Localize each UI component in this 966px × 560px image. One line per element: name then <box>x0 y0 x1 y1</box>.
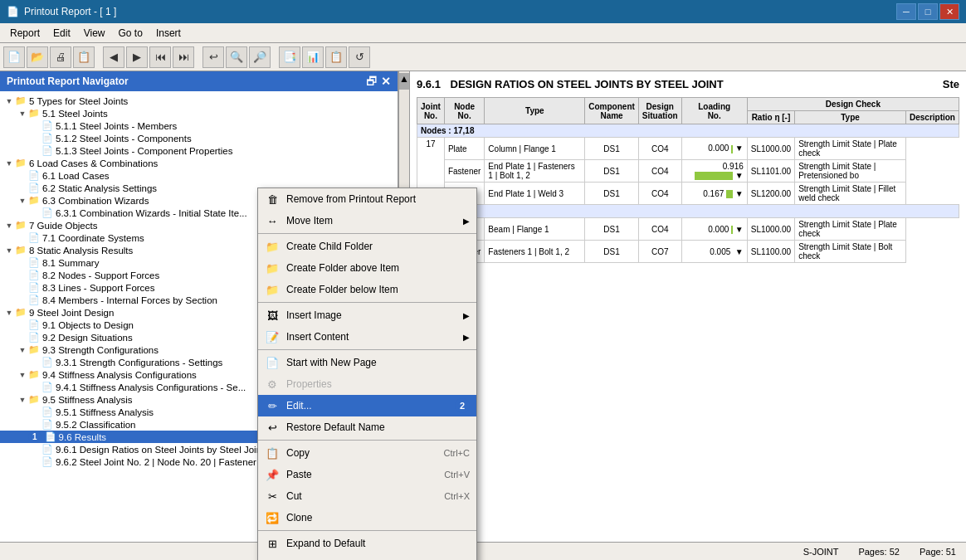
page-button[interactable]: 📑 <box>279 46 300 68</box>
tree-arrow-t2[interactable]: ▼ <box>17 110 28 118</box>
menu-view[interactable]: View <box>77 26 112 41</box>
menu-edit[interactable]: Edit <box>46 26 77 41</box>
tree-arrow-t25[interactable]: ▼ <box>17 396 28 404</box>
ctx-item-cm8[interactable]: 🖼Insert Image▶ <box>258 304 476 326</box>
ctx-separator-cm3 <box>258 233 476 234</box>
maximize-button[interactable]: □ <box>918 3 938 20</box>
ctx-separator-cm10 <box>258 349 476 350</box>
tree-item-t1[interactable]: ▼📁5 Types for Steel Joints <box>0 95 398 107</box>
paste-button[interactable]: 📋 <box>325 46 347 68</box>
tree-arrow-t9[interactable]: ▼ <box>17 197 28 205</box>
col-ratio: Ratio η [-] <box>747 111 794 124</box>
menu-goto[interactable]: Go to <box>112 26 149 41</box>
tree-icon-t28: 📄 <box>45 431 56 442</box>
ctx-label-cm19: Clone <box>286 512 470 523</box>
undo-button[interactable]: ↩ <box>202 46 224 68</box>
cell-design-type: SL1200.00 <box>747 183 794 205</box>
cell-situation: DS1 <box>585 183 639 205</box>
cell-description: Strength Limit State | Pretensioned bo <box>795 160 906 183</box>
next-button[interactable]: ▶ <box>126 46 148 68</box>
ctx-icon-cm18: ✂ <box>265 489 280 504</box>
copy-button[interactable]: 📋 <box>73 46 95 68</box>
prev-button[interactable]: ◀ <box>103 46 124 68</box>
ctx-item-cm21[interactable]: ⊞Expand to Default <box>258 533 476 554</box>
ctx-label-cm4: Create Child Folder <box>286 241 470 252</box>
print-button[interactable]: 🖨 <box>50 46 71 68</box>
ctx-item-cm6[interactable]: 📁Create Folder below Item <box>258 279 476 300</box>
cell-design-type: SL1000.00 <box>747 138 794 160</box>
ctx-item-cm19[interactable]: 🔁Clone <box>258 507 476 528</box>
tree-arrow-t11[interactable]: ▼ <box>3 222 15 230</box>
ctx-label-cm14: Restore Default Name <box>286 421 470 433</box>
cell-ratio: 0.000 ▼ <box>681 138 747 160</box>
menu-insert[interactable]: Insert <box>149 26 188 41</box>
ctx-item-cm14[interactable]: ↩Restore Default Name <box>258 416 476 438</box>
panel-header: Printout Report Navigator 🗗 ✕ <box>0 71 398 91</box>
table-nodes-row: Nodes : 17,18 <box>417 124 959 138</box>
zoom-in-button[interactable]: 🔍 <box>226 46 247 68</box>
panel-restore-button[interactable]: 🗗 <box>366 75 378 88</box>
tree-label-t14: 8.1 Summary <box>42 258 99 268</box>
menu-report[interactable]: Report <box>3 26 46 41</box>
tree-arrow-t1[interactable]: ▼ <box>3 97 15 105</box>
first-button[interactable]: ⏮ <box>149 46 171 68</box>
tree-label-t18: 9 Steel Joint Design <box>29 308 114 318</box>
tree-item-t7[interactable]: 📄6.1 Load Cases <box>0 169 398 182</box>
ctx-item-cm2[interactable]: ↔Move Item▶ <box>258 210 476 231</box>
tree-item-t2[interactable]: ▼📁5.1 Steel Joints <box>0 107 398 119</box>
tree-item-t6[interactable]: ▼📁6 Load Cases & Combinations <box>0 157 398 169</box>
tree-label-t2: 5.1 Steel Joints <box>42 109 108 119</box>
report-right-label: Ste <box>943 78 959 90</box>
tree-item-t3[interactable]: 📄5.1.1 Steel Joints - Members <box>0 119 398 132</box>
scroll-up-button[interactable]: ▲ <box>399 73 409 90</box>
ctx-item-cm11[interactable]: 📄Start with New Page <box>258 352 476 373</box>
tree-label-t9: 6.3 Combination Wizards <box>42 196 149 206</box>
tree-icon-t2: 📁 <box>28 108 40 119</box>
ctx-item-cm9[interactable]: 📝Insert Content▶ <box>258 326 476 348</box>
tree-arrow-t23[interactable]: ▼ <box>17 371 28 379</box>
cell-design-type: SL1000.00 <box>747 218 794 241</box>
ctx-item-cm16[interactable]: 📋CopyCtrl+C <box>258 442 476 464</box>
tree-arrow-t21[interactable]: ▼ <box>17 346 28 354</box>
tree-arrow-t18[interactable]: ▼ <box>3 309 15 317</box>
report-header: 9.6.1 DESIGN RATIOS ON STEEL JOINTS BY S… <box>417 78 959 90</box>
ctx-item-cm4[interactable]: 📁Create Child Folder <box>258 236 476 257</box>
ctx-item-cm18[interactable]: ✂CutCtrl+X <box>258 485 476 507</box>
tree-label-t21: 9.3 Strength Configurations <box>42 345 159 355</box>
ctx-icon-cm13: ✏ <box>265 398 280 413</box>
tree-arrow-t6[interactable]: ▼ <box>3 159 15 168</box>
cell-ratio: 0.916 ▼ <box>681 160 747 183</box>
window-title: Printout Report - [ 1 ] <box>24 6 116 17</box>
tree-arrow-t13[interactable]: ▼ <box>3 246 15 255</box>
tree-label-t25: 9.5 Stiffness Analysis <box>42 395 132 405</box>
panel-close-button[interactable]: ✕ <box>381 75 391 88</box>
tree-label-t16: 8.3 Lines - Support Forces <box>42 283 155 293</box>
tree-icon-t10: 📄 <box>41 207 53 218</box>
ctx-item-cm17[interactable]: 📌PasteCtrl+V <box>258 464 476 485</box>
ctx-item-cm13[interactable]: ✏Edit...2 <box>258 395 476 416</box>
col-design-check: Design Check <box>747 98 959 111</box>
last-button[interactable]: ⏭ <box>173 46 194 68</box>
cell-situation: DS1 <box>585 160 639 183</box>
tree-label-t7: 6.1 Load Cases <box>42 171 110 181</box>
cell-component: Fasteners 1 | Bolt 1, 2 <box>485 241 585 263</box>
cell-component: End Plate 1 | Weld 3 <box>485 183 585 205</box>
ctx-item-cm1[interactable]: 🗑Remove from Printout Report <box>258 188 476 210</box>
ctx-item-cm22[interactable]: ⊕Expand All <box>258 554 476 560</box>
cell-ratio: 0.000 ▼ <box>681 218 747 241</box>
nodes-label: Nodes : 17,18 <box>417 124 959 138</box>
ctx-item-cm5[interactable]: 📁Create Folder above Item <box>258 257 476 279</box>
refresh-button[interactable]: ↺ <box>349 46 370 68</box>
open-button[interactable]: 📂 <box>27 46 48 68</box>
new-button[interactable]: 📄 <box>3 46 25 68</box>
ctx-icon-cm19: 🔁 <box>265 510 280 525</box>
export-button[interactable]: 📊 <box>302 46 324 68</box>
minimize-button[interactable]: ─ <box>896 3 916 20</box>
table-row: Fastener Fasteners 1 | Bolt 1, 2 DS1 CO7… <box>417 241 959 263</box>
tree-icon-t14: 📄 <box>28 257 40 268</box>
tree-label-t10: 6.3.1 Combination Wizards - Initial Stat… <box>56 208 247 218</box>
tree-item-t5[interactable]: 📄5.1.3 Steel Joints - Component Properti… <box>0 144 398 157</box>
zoom-out-button[interactable]: 🔎 <box>249 46 271 68</box>
tree-item-t4[interactable]: 📄5.1.2 Steel Joints - Components <box>0 132 398 144</box>
close-button[interactable]: ✕ <box>939 3 959 20</box>
